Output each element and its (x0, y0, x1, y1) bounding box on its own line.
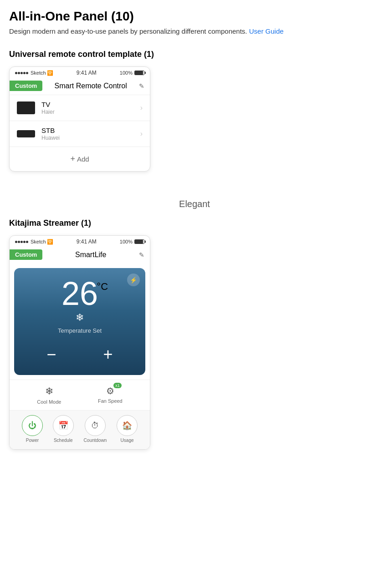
custom-badge-2: Custom (10, 249, 42, 260)
phone-mockup-1: Sketch 🛜 9:41 AM 100% Custom Smart Remot… (9, 66, 150, 172)
signal-dots-2 (15, 241, 28, 243)
countdown-label: Countdown (84, 438, 107, 443)
network-label-1: Sketch (31, 70, 46, 76)
battery-fill-2 (135, 240, 143, 243)
signal-dot (23, 241, 26, 243)
add-device-button[interactable]: + Add (10, 147, 150, 171)
device-item-tv[interactable]: TV Haier › (10, 95, 150, 121)
power-button-circle: ⏻ (22, 415, 43, 436)
fan-badge: x1 (113, 383, 122, 388)
network-label-2: Sketch (31, 239, 46, 244)
device-item-stb[interactable]: STB Huawei › (10, 121, 150, 147)
style-label-elegant: Elegant (179, 199, 210, 209)
bolt-icon: ⚡ (130, 277, 137, 284)
time-1: 9:41 AM (77, 70, 97, 76)
user-guide-link[interactable]: User Guide (249, 27, 284, 35)
ac-bottom-schedule[interactable]: 📅 Schedule (53, 415, 74, 443)
signal-dots-1 (15, 72, 28, 74)
signal-dot (20, 72, 23, 74)
battery-fill-1 (135, 71, 143, 75)
ac-controls: − + (23, 343, 136, 366)
description-text: Design modern and easy-to-use panels by … (9, 27, 247, 35)
device-list-1: TV Haier › STB Huawei › (10, 95, 150, 147)
device-info-stb: STB Huawei (41, 127, 140, 141)
ac-bottom-countdown[interactable]: ⏱ Countdown (84, 415, 107, 443)
ac-bottom-power[interactable]: ⏻ Power (22, 415, 43, 443)
signal-dot (23, 72, 26, 74)
device-brand-stb: Huawei (41, 135, 140, 141)
status-left-2: Sketch 🛜 (15, 239, 53, 245)
schedule-icon: 📅 (58, 421, 68, 431)
phone-header-2: Custom SmartLife ✎ (10, 248, 150, 264)
signal-dot (26, 72, 28, 74)
edit-icon-2[interactable]: ✎ (139, 251, 144, 259)
status-right-2: 100% (120, 239, 144, 244)
phone-header-title-1: Smart Remote Control (42, 82, 139, 90)
schedule-label: Schedule (54, 438, 73, 443)
time-2: 9:41 AM (77, 238, 97, 245)
battery-bar-1 (134, 71, 144, 75)
ac-mode-fan[interactable]: ⚙ x1 Fan Speed (98, 385, 123, 405)
section1-title: Universal remote control template (1) (9, 50, 380, 59)
signal-dot (20, 241, 23, 243)
status-right-1: 100% (120, 70, 144, 76)
power-label: Power (26, 438, 39, 443)
fan-speed-label: Fan Speed (98, 398, 123, 404)
battery-percent-2: 100% (120, 239, 133, 244)
status-bar-1: Sketch 🛜 9:41 AM 100% (10, 67, 150, 79)
ac-plus-button[interactable]: + (97, 343, 119, 366)
countdown-icon: ⏱ (91, 421, 99, 431)
device-name-tv: TV (41, 101, 140, 108)
ac-mode-cool[interactable]: ❄ Cool Mode (37, 385, 61, 405)
cool-mode-icon: ❄ (45, 385, 53, 397)
chevron-icon-stb: › (140, 130, 143, 138)
fan-speed-icon: ⚙ (106, 386, 114, 396)
add-label: Add (77, 155, 89, 163)
status-left-1: Sketch 🛜 (15, 70, 53, 76)
signal-dot (15, 241, 17, 243)
device-info-tv: TV Haier (41, 101, 140, 115)
ac-mode-bar: ❄ Cool Mode ⚙ x1 Fan Speed (10, 380, 150, 410)
usage-button-circle: 🏠 (117, 415, 138, 436)
stb-icon (17, 130, 35, 137)
signal-dot (26, 241, 28, 243)
ac-temp-label: Temperature Set (58, 327, 102, 334)
countdown-button-circle: ⏱ (85, 415, 106, 436)
style-divider: Elegant (9, 199, 380, 209)
ac-temperature: 26 (61, 275, 98, 312)
wifi-icon-1: 🛜 (47, 70, 53, 76)
signal-dot (15, 72, 17, 74)
custom-badge-1: Custom (10, 81, 42, 91)
ac-bottom-bar: ⏻ Power 📅 Schedule ⏱ Countdown (10, 410, 150, 449)
signal-dot (18, 241, 20, 243)
phone-mockup-2: Sketch 🛜 9:41 AM 100% Custom SmartLife ✎… (9, 235, 150, 450)
ac-display: ⚡ 26 °C ❄ Temperature Set − + (14, 268, 145, 375)
battery-bar-2 (134, 239, 144, 244)
page-title: All-in-One Panel (10) (9, 9, 380, 24)
ac-unit: °C (97, 281, 108, 293)
ac-bottom-usage[interactable]: 🏠 Usage (117, 415, 138, 443)
add-plus-icon: + (70, 154, 75, 164)
tv-icon (17, 101, 35, 114)
power-icon: ⏻ (28, 421, 36, 431)
ac-minus-button[interactable]: − (40, 343, 63, 366)
section2-title: Kitajima Streamer (1) (9, 218, 380, 228)
temperature-container: 26 °C (61, 277, 98, 310)
ac-snowflake-icon: ❄ (76, 312, 84, 324)
status-bar-2: Sketch 🛜 9:41 AM 100% (10, 236, 150, 248)
device-name-stb: STB (41, 127, 140, 134)
phone-header-title-2: SmartLife (42, 251, 139, 259)
battery-percent-1: 100% (120, 70, 133, 76)
schedule-button-circle: 📅 (53, 415, 74, 436)
page-description: Design modern and easy-to-use panels by … (9, 27, 380, 35)
ac-power-icon: ⚡ (127, 274, 140, 286)
device-brand-tv: Haier (41, 109, 140, 115)
wifi-icon-2: 🛜 (47, 239, 53, 245)
usage-icon: 🏠 (122, 421, 132, 431)
usage-label: Usage (121, 438, 134, 443)
cool-mode-label: Cool Mode (37, 399, 61, 405)
section2: Kitajima Streamer (1) Sketch 🛜 9:41 AM 1… (9, 218, 380, 450)
edit-icon-1[interactable]: ✎ (139, 82, 144, 90)
signal-dot (18, 72, 20, 74)
chevron-icon-tv: › (140, 104, 143, 112)
